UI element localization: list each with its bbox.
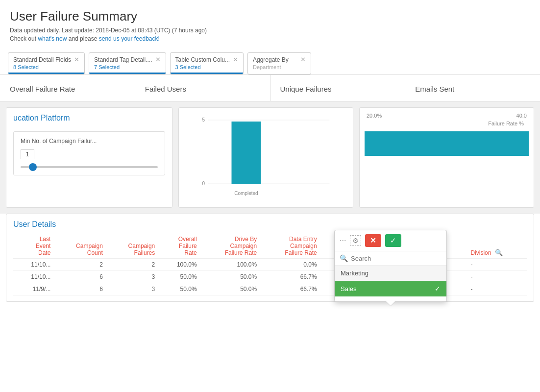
- tab-subtitle-3: Department: [253, 64, 306, 70]
- tab-title-3: Aggregate By ✕: [253, 56, 306, 63]
- failure-rate-label: Failure Rate %: [365, 121, 529, 126]
- cell-dataentry-2: 66.7%: [261, 283, 321, 295]
- slider-track[interactable]: [21, 166, 158, 168]
- metrics-row: Overall Failure Rate Failed Users Unique…: [0, 75, 540, 101]
- popup-confirm-button[interactable]: ✓: [385, 234, 401, 247]
- popup-tail-container: [335, 296, 446, 301]
- popup-search-icon: 🔍: [340, 254, 348, 262]
- table-header-row: LastEventDate CampaignCount CampaignFail…: [13, 234, 527, 259]
- cell-overall-1: 50.0%: [159, 271, 200, 283]
- slider-thumb[interactable]: [29, 163, 37, 171]
- dropdown-popup: ··· ⚙ ✕ ✓ 🔍 Marketing Sales ✓: [334, 230, 447, 302]
- cell-failures-1: 3: [107, 271, 159, 283]
- filter-bar: Standard Detail Fields ✕ 8 Selected Stan…: [0, 49, 540, 75]
- feedback-link[interactable]: send us your feedback!: [99, 35, 160, 42]
- cell-overall-2: 50.0%: [159, 283, 200, 295]
- y-axis-5: 5: [202, 117, 205, 122]
- cell-date-1: 11/10...: [13, 271, 54, 283]
- close-tab-3-icon[interactable]: ✕: [300, 56, 306, 63]
- popup-header: ··· ⚙ ✕ ✓: [335, 230, 446, 251]
- bar-chart: 5 0 Completed: [184, 113, 348, 201]
- cell-campaigns-0: 2: [54, 259, 106, 271]
- table-body: 11/10... 2 2 100.0% 100.0% 0.0% 0.0% Sal…: [13, 259, 527, 295]
- tab-underline-0: [8, 73, 84, 74]
- tab-title-0: Standard Detail Fields ✕: [13, 56, 79, 63]
- settings-icon[interactable]: ⚙: [350, 235, 361, 246]
- cell-campaigns-2: 6: [54, 283, 106, 295]
- slider-value: 1: [21, 149, 34, 159]
- filter-tab-3[interactable]: Aggregate By ✕ Department: [247, 52, 311, 74]
- division-search-icon[interactable]: 🔍: [495, 249, 503, 256]
- col-header-last-event: LastEventDate: [13, 234, 54, 259]
- content-area: ucation Platform Min No. of Campaign Fai…: [0, 101, 540, 214]
- x-axis-label: Completed: [234, 191, 258, 196]
- links-row: Check out what's new and please send us …: [10, 35, 530, 42]
- y-axis-0: 0: [202, 181, 205, 186]
- cell-driveby-2: 50.0%: [201, 283, 261, 295]
- slider-widget: Min No. of Campaign Failur... 1: [13, 131, 165, 175]
- cell-div-0: -: [466, 259, 527, 271]
- three-dots-icon[interactable]: ···: [340, 236, 346, 245]
- cell-campaigns-1: 6: [54, 271, 106, 283]
- cell-dataentry-0: 0.0%: [261, 259, 321, 271]
- col-header-data-entry: Data EntryCampaignFailure Rate: [261, 234, 321, 259]
- left-panel-header: ucation Platform: [6, 108, 172, 126]
- popup-tail-inner: [386, 301, 395, 306]
- right-panel: 20.0% 40.0 Failure Rate %: [359, 107, 534, 208]
- popup-search-input[interactable]: [351, 255, 442, 262]
- header: User Failure Summary Data updated daily.…: [0, 0, 540, 49]
- close-tab-1-icon[interactable]: ✕: [155, 56, 161, 63]
- page: User Failure Summary Data updated daily.…: [0, 0, 540, 392]
- table-row: 11/9/... 6 3 50.0% 50.0% 66.7% 0.0% Sale…: [13, 283, 527, 295]
- tab-underline-1: [89, 73, 166, 74]
- slider-label: Min No. of Campaign Failur...: [21, 138, 158, 145]
- user-details-title: User Details: [13, 220, 527, 229]
- popup-search-bar: 🔍: [335, 251, 446, 266]
- metric-title-0: Overall Failure Rate: [10, 85, 125, 93]
- filter-tab-2[interactable]: Table Custom Colu... ✕ 3 Selected: [170, 52, 244, 74]
- whats-new-link[interactable]: what's new: [38, 35, 67, 42]
- update-text: Data updated daily. Last update: 2018-De…: [10, 27, 207, 34]
- cell-date-0: 11/10...: [13, 259, 54, 271]
- popup-selected-checkmark: ✓: [435, 285, 441, 293]
- col-header-division: Division 🔍: [466, 234, 527, 259]
- filter-tab-1[interactable]: Standard Tag Detail.... ✕ 7 Selected: [89, 52, 166, 74]
- x-label-20: 20.0%: [367, 113, 382, 119]
- left-panel: ucation Platform Min No. of Campaign Fai…: [6, 107, 172, 208]
- metric-unique-failures: Unique Failures: [270, 75, 406, 101]
- metric-title-1: Failed Users: [145, 85, 260, 93]
- col-header-overall-failure: OverallFailureRate: [159, 234, 200, 259]
- update-info: Data updated daily. Last update: 2018-De…: [10, 27, 530, 34]
- table-row: 11/10... 6 3 50.0% 50.0% 66.7% 0.0% Sale…: [13, 271, 527, 283]
- popup-item-sales[interactable]: Sales ✓: [335, 281, 446, 296]
- horizontal-bar: [365, 131, 529, 156]
- metric-overall-failure: Overall Failure Rate: [0, 75, 135, 101]
- cell-failures-2: 3: [107, 283, 159, 295]
- x-axis-labels: 20.0% 40.0: [365, 113, 529, 119]
- close-tab-0-icon[interactable]: ✕: [74, 56, 79, 63]
- cell-div-1: -: [466, 271, 527, 283]
- metric-title-2: Unique Failures: [280, 85, 395, 93]
- cell-date-2: 11/9/...: [13, 283, 54, 295]
- chart-area: 5 0 Completed: [178, 107, 353, 208]
- tab-title-2: Table Custom Colu... ✕: [175, 56, 238, 63]
- user-details-table: LastEventDate CampaignCount CampaignFail…: [13, 234, 527, 295]
- user-details-section: User Details LastEventDate CampaignCount…: [6, 214, 534, 302]
- close-tab-2-icon[interactable]: ✕: [233, 56, 238, 63]
- popup-cancel-button[interactable]: ✕: [365, 234, 381, 247]
- table-row: 11/10... 2 2 100.0% 100.0% 0.0% 0.0% Sal…: [13, 259, 527, 271]
- cell-overall-0: 100.0%: [159, 259, 200, 271]
- chart-bar: [232, 122, 261, 184]
- metric-title-3: Emails Sent: [415, 85, 530, 93]
- col-header-campaign-failures: CampaignFailures: [107, 234, 159, 259]
- tab-subtitle-0: 8 Selected: [13, 64, 79, 70]
- popup-item-marketing[interactable]: Marketing: [335, 266, 446, 281]
- cell-div-2: -: [466, 283, 527, 295]
- filter-tab-0[interactable]: Standard Detail Fields ✕ 8 Selected: [8, 52, 85, 74]
- page-title: User Failure Summary: [10, 9, 530, 24]
- metric-failed-users: Failed Users: [135, 75, 270, 101]
- tab-subtitle-1: 7 Selected: [94, 64, 161, 70]
- left-panel-title: ucation Platform: [13, 114, 165, 122]
- tab-title-1: Standard Tag Detail.... ✕: [94, 56, 161, 63]
- metric-emails-sent: Emails Sent: [405, 75, 540, 101]
